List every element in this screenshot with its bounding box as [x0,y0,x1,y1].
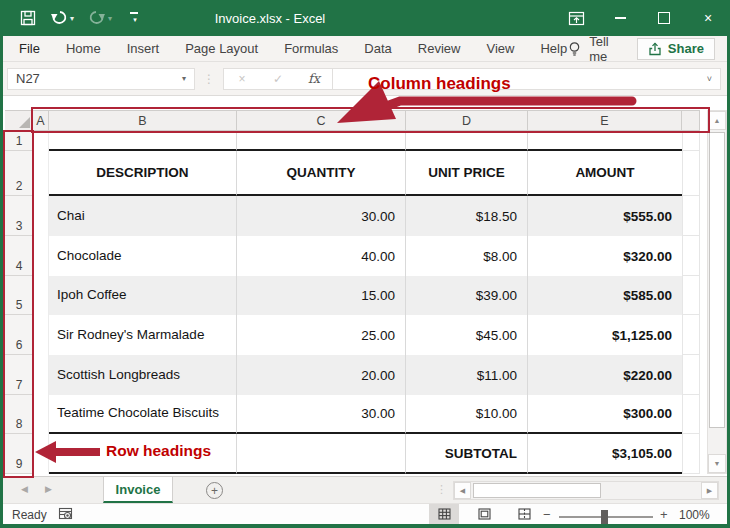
close-button[interactable]: × [686,0,730,36]
cell-description-header[interactable]: DESCRIPTION [49,151,237,196]
cell-unit-price-header[interactable]: UNIT PRICE [406,151,528,196]
cell-a4[interactable] [33,236,49,276]
cell-amount[interactable]: $300.00 [528,395,682,434]
share-button[interactable]: Share [637,38,715,60]
row-header-6[interactable]: 6 [5,315,33,355]
save-icon[interactable] [20,10,36,26]
row-header-5[interactable]: 5 [5,276,33,315]
cell-a6[interactable] [33,315,49,355]
cell-f9[interactable] [682,434,700,474]
cell-f1[interactable] [682,131,700,151]
cell-quantity[interactable]: 25.00 [237,315,406,355]
cell-a3[interactable] [33,196,49,236]
cell-unit-price[interactable]: $10.00 [406,395,528,434]
vertical-scrollbar-track[interactable] [708,430,726,454]
tab-review[interactable]: Review [418,41,461,56]
zoom-level[interactable]: 100% [679,508,710,522]
scroll-left-icon[interactable]: ◀ [454,482,471,499]
tab-file[interactable]: File [19,41,40,56]
sheet-tab-invoice[interactable]: Invoice [103,477,173,503]
column-header-d[interactable]: D [406,110,528,131]
cell-description[interactable]: Teatime Chocolate Biscuits [49,395,237,434]
cell-c9[interactable] [237,434,406,474]
insert-function-icon[interactable]: fx [296,71,332,86]
name-box[interactable]: N27 ▾ [7,68,195,90]
cell-quantity[interactable]: 20.00 [237,355,406,395]
tab-view[interactable]: View [486,41,514,56]
cell-amount[interactable]: $220.00 [528,355,682,395]
scroll-right-icon[interactable]: ▶ [701,482,718,499]
cell-f4[interactable] [682,236,700,276]
cell-a8[interactable] [33,395,49,434]
cell-c1[interactable] [237,131,406,151]
cell-a1[interactable] [33,131,49,151]
cell-f5[interactable] [682,276,700,315]
column-header-f-partial[interactable] [682,110,700,131]
next-sheet-icon[interactable]: ▶ [45,484,52,494]
cell-subtotal-label[interactable]: SUBTOTAL [406,434,528,474]
scroll-down-icon[interactable]: ▼ [708,454,726,473]
redo-caret-icon[interactable]: ▾ [108,14,112,23]
tab-help[interactable]: Help [540,41,567,56]
cell-quantity[interactable]: 40.00 [237,236,406,276]
cell-amount[interactable]: $320.00 [528,236,682,276]
enter-icon[interactable]: ✓ [260,72,296,86]
cell-unit-price[interactable]: $11.00 [406,355,528,395]
redo-button[interactable]: ▾ [88,10,112,26]
cell-e1[interactable] [528,131,682,151]
cell-quantity-header[interactable]: QUANTITY [237,151,406,196]
column-header-a[interactable]: A [33,110,49,131]
macro-record-icon[interactable] [58,507,74,521]
column-header-b[interactable]: B [49,110,237,131]
undo-button[interactable]: ▾ [50,10,74,26]
horizontal-scrollbar-thumb[interactable] [473,483,601,498]
cell-unit-price[interactable]: $18.50 [406,196,528,236]
cell-unit-price[interactable]: $39.00 [406,276,528,315]
cell-description[interactable]: Ipoh Coffee [49,276,237,315]
cell-unit-price[interactable]: $45.00 [406,315,528,355]
tab-formulas[interactable]: Formulas [284,41,338,56]
cell-amount[interactable]: $555.00 [528,196,682,236]
cell-description[interactable]: Chai [49,196,237,236]
horizontal-scrollbar-track[interactable] [603,482,701,499]
cell-unit-price[interactable]: $8.00 [406,236,528,276]
cell-f6[interactable] [682,315,700,355]
cell-a2[interactable] [33,151,49,196]
row-header-7[interactable]: 7 [5,355,33,395]
page-layout-view-icon[interactable] [469,504,499,524]
cell-f2[interactable] [682,151,700,196]
row-header-9[interactable]: 9 [5,434,33,474]
customize-toolbar-icon[interactable]: ▾ [130,12,138,24]
minimize-button[interactable] [598,0,642,36]
tab-data[interactable]: Data [364,41,391,56]
cancel-icon[interactable]: × [224,72,260,86]
tell-me-box[interactable]: Tell me [567,34,623,64]
cell-subtotal-value[interactable]: $3,105.00 [528,434,682,474]
ribbon-display-options-button[interactable] [554,0,598,36]
vertical-scrollbar[interactable]: ▲ ▼ [707,110,727,474]
zoom-out-button[interactable]: − [543,507,551,522]
zoom-in-button[interactable]: + [660,507,668,522]
normal-view-icon[interactable] [429,504,459,524]
cell-f7[interactable] [682,355,700,395]
cell-description[interactable]: Scottish Longbreads [49,355,237,395]
cell-description[interactable]: Sir Rodney's Marmalade [49,315,237,355]
cell-quantity[interactable]: 15.00 [237,276,406,315]
row-header-4[interactable]: 4 [5,236,33,276]
cell-a7[interactable] [33,355,49,395]
scroll-up-icon[interactable]: ▲ [708,111,726,130]
cell-quantity[interactable]: 30.00 [237,395,406,434]
new-sheet-icon[interactable]: + [206,482,223,499]
cell-quantity[interactable]: 30.00 [237,196,406,236]
cell-description[interactable]: Chocolade [49,236,237,276]
row-header-2[interactable]: 2 [5,151,33,196]
column-header-e[interactable]: E [528,110,682,131]
vertical-scrollbar-thumb[interactable] [709,132,725,428]
undo-caret-icon[interactable]: ▾ [70,14,74,23]
cell-d1[interactable] [406,131,528,151]
name-box-caret-icon[interactable]: ▾ [182,74,186,83]
horizontal-scrollbar[interactable]: ◀ ▶ [453,481,719,500]
cell-amount[interactable]: $1,125.00 [528,315,682,355]
column-header-c[interactable]: C [237,110,406,131]
cell-f8[interactable] [682,395,700,434]
